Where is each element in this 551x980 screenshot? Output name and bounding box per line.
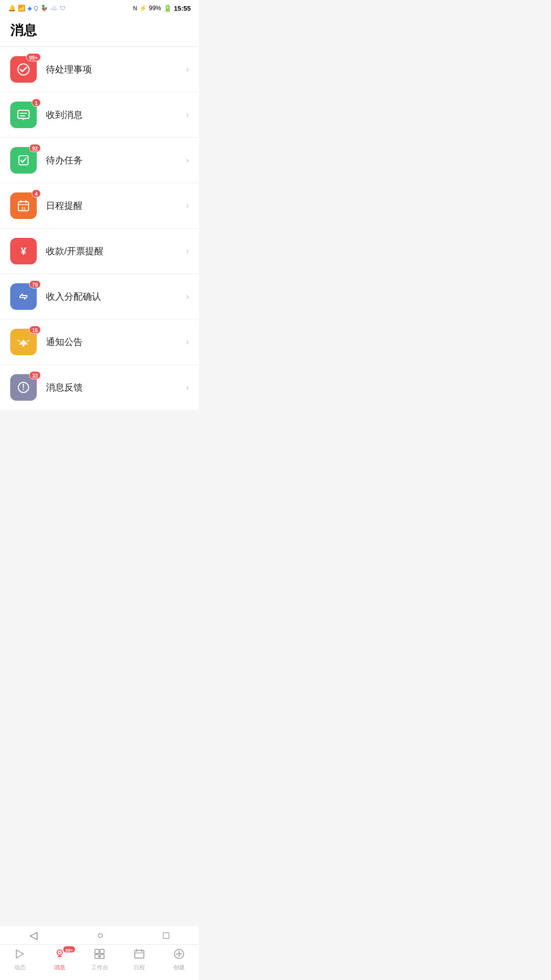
nav-icon: ◆ — [28, 5, 32, 12]
schedule-reminder-icon-wrapper: 314 — [10, 192, 37, 219]
svg-line-15 — [27, 340, 29, 341]
payment-invoice-chevron: › — [186, 247, 189, 256]
list-item-income-confirm[interactable]: 79收入分配确认› — [0, 274, 199, 320]
message-list: 99+待处理事项›1收到消息›92待办任务›314日程提醒›¥收款/开票提醒›7… — [0, 47, 199, 410]
feedback-chevron: › — [186, 383, 189, 392]
wifi-icon: 📶 — [18, 5, 26, 12]
svg-line-14 — [18, 340, 20, 341]
svg-text:31: 31 — [21, 206, 26, 211]
qq-icon: Q — [34, 5, 38, 11]
svg-point-0 — [18, 64, 29, 75]
list-item-received-messages[interactable]: 1收到消息› — [0, 92, 199, 138]
list-item-feedback[interactable]: !33消息反馈› — [0, 365, 199, 410]
list-item-pending-tasks[interactable]: 99+待处理事项› — [0, 47, 199, 92]
schedule-reminder-chevron: › — [186, 201, 189, 210]
notice-icon-wrapper: 15 — [10, 329, 37, 355]
page-title: 消息 — [10, 22, 37, 38]
pending-tasks-icon-wrapper: 99+ — [10, 56, 37, 83]
received-messages-chevron: › — [186, 110, 189, 119]
todo-tasks-chevron: › — [186, 156, 189, 165]
pending-tasks-chevron: › — [186, 65, 189, 74]
received-messages-label: 收到消息 — [46, 109, 186, 121]
svg-rect-13 — [22, 345, 24, 347]
todo-tasks-icon-wrapper: 92 — [10, 147, 37, 174]
income-confirm-badge: 79 — [29, 280, 41, 288]
list-item-payment-invoice[interactable]: ¥收款/开票提醒› — [0, 229, 199, 274]
svg-marker-4 — [22, 118, 25, 120]
cloud-icon: ☁️ — [50, 5, 58, 12]
svg-text:!: ! — [22, 383, 24, 391]
notice-chevron: › — [186, 337, 189, 347]
schedule-reminder-badge: 4 — [32, 189, 41, 198]
feedback-badge: 33 — [29, 371, 41, 379]
todo-tasks-badge: 92 — [29, 144, 41, 152]
payment-invoice-icon-wrapper: ¥ — [10, 238, 37, 264]
notice-badge: 15 — [29, 326, 41, 334]
status-right-icons: N ⚡ 99% 🔋 15:55 — [133, 4, 191, 12]
income-confirm-label: 收入分配确认 — [46, 290, 186, 303]
notice-label: 通知公告 — [46, 336, 186, 348]
feedback-label: 消息反馈 — [46, 381, 186, 394]
status-bar: 🔔 📶 ◆ Q 🦆 ☁️ 🛡 N ⚡ 99% 🔋 15:55 — [0, 0, 199, 15]
feedback-icon-wrapper: !33 — [10, 374, 37, 401]
payment-invoice-label: 收款/开票提醒 — [46, 245, 186, 257]
pending-tasks-badge: 99+ — [26, 53, 41, 61]
svg-text:¥: ¥ — [20, 246, 27, 257]
todo-tasks-label: 待办任务 — [46, 154, 186, 166]
svg-marker-12 — [19, 339, 28, 345]
time: 15:55 — [174, 5, 191, 12]
income-confirm-icon-wrapper: 79 — [10, 283, 37, 310]
list-item-todo-tasks[interactable]: 92待办任务› — [0, 138, 199, 183]
battery-icon: 🔋 — [163, 4, 172, 12]
battery-percent: 99% — [149, 5, 161, 12]
shield-icon: 🛡 — [60, 5, 65, 11]
duck-icon: 🦆 — [40, 5, 48, 12]
list-item-notice[interactable]: 15通知公告› — [0, 320, 199, 365]
header: 消息 — [0, 15, 199, 47]
received-messages-icon-wrapper: 1 — [10, 102, 37, 128]
svg-rect-1 — [18, 110, 29, 118]
nfc-icon: N — [133, 5, 137, 11]
notification-icon: 🔔 — [8, 5, 16, 12]
income-confirm-chevron: › — [186, 292, 189, 301]
schedule-reminder-label: 日程提醒 — [46, 200, 186, 212]
status-left-icons: 🔔 📶 ◆ Q 🦆 ☁️ 🛡 — [8, 5, 65, 12]
payment-invoice-icon: ¥ — [10, 238, 37, 264]
list-item-schedule-reminder[interactable]: 314日程提醒› — [0, 183, 199, 229]
bluetooth-icon: ⚡ — [139, 5, 147, 12]
pending-tasks-label: 待处理事项 — [46, 63, 186, 76]
received-messages-badge: 1 — [32, 99, 41, 107]
